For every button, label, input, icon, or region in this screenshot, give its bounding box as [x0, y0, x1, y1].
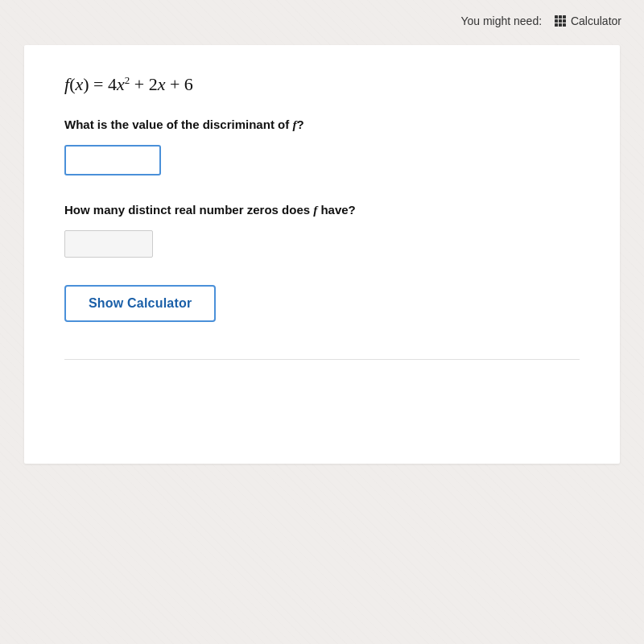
- content-area: f(x) = 4x2 + 2x + 6 What is the value of…: [24, 45, 620, 464]
- formula-left: f(x) = 4x2 + 2x + 6: [64, 74, 193, 95]
- zeros-input[interactable]: [64, 230, 153, 258]
- calculator-link[interactable]: You might need: Calculator: [460, 14, 621, 27]
- calculator-label: Calculator: [571, 14, 621, 27]
- discriminant-input[interactable]: [64, 145, 161, 175]
- top-bar: You might need: Calculator: [0, 0, 644, 37]
- calculator-icon: [555, 15, 566, 27]
- formula-display: f(x) = 4x2 + 2x + 6: [64, 74, 580, 95]
- need-label: You might need:: [460, 14, 542, 27]
- question2-label: How many distinct real number zeros does…: [64, 203, 580, 217]
- section-divider: [64, 359, 580, 360]
- show-calculator-button[interactable]: Show Calculator: [64, 285, 216, 322]
- page-container: You might need: Calculator f(x) = 4x2 + …: [0, 0, 644, 644]
- question1-label: What is the value of the discriminant of…: [64, 118, 580, 132]
